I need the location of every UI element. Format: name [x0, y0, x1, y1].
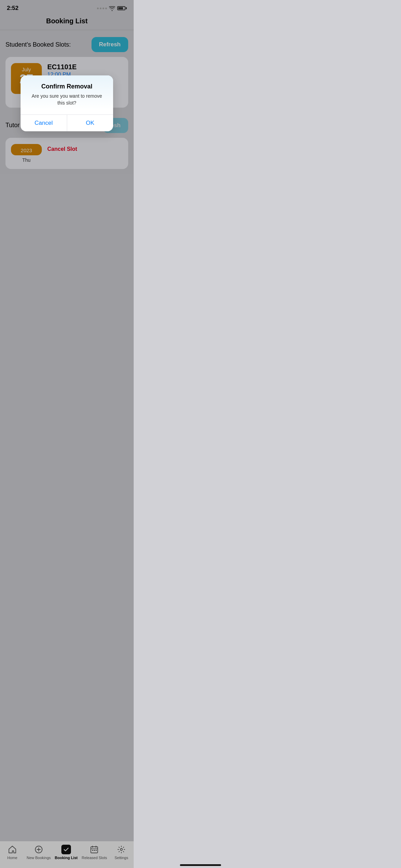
modal-cancel-button[interactable]: Cancel: [21, 115, 67, 131]
modal-title: Confirm Removal: [27, 83, 106, 90]
modal-overlay: Confirm Removal Are you sure you want to…: [0, 0, 134, 289]
confirm-removal-modal: Confirm Removal Are you sure you want to…: [21, 75, 113, 131]
modal-buttons: Cancel OK: [21, 114, 113, 131]
modal-header: Confirm Removal Are you sure you want to…: [21, 75, 113, 110]
modal-ok-button[interactable]: OK: [67, 115, 113, 131]
modal-message: Are you sure you want to remove this slo…: [27, 93, 106, 106]
